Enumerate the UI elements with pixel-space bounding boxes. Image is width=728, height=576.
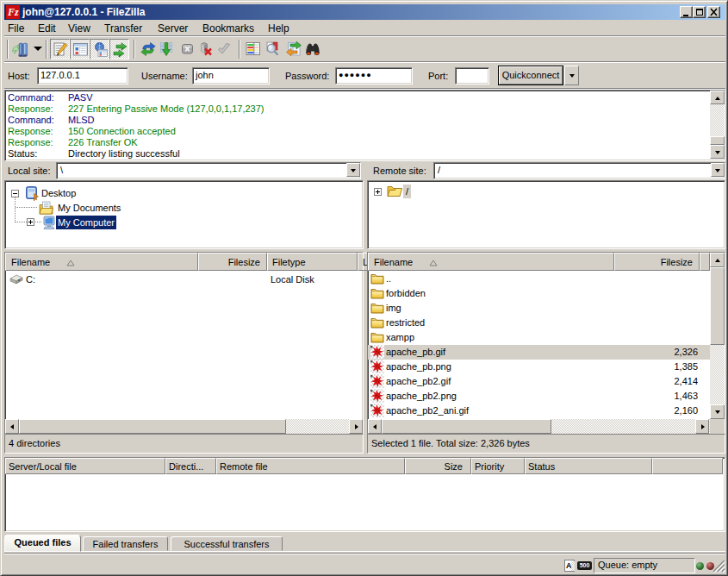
svg-text:Fz: Fz: [7, 6, 19, 18]
